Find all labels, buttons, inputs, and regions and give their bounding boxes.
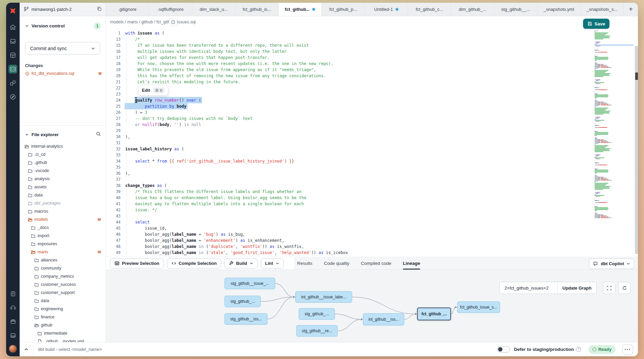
code-line[interactable]: 34 select * from {{ ref('int_github__iss…: [106, 158, 592, 164]
help-icon[interactable]: ?: [576, 347, 581, 352]
code-line[interactable]: 24 qualify row_number() over (: [106, 97, 592, 103]
branch-tab[interactable]: mirnawong1-patch-2: [20, 3, 106, 16]
notes-icon[interactable]: [8, 289, 17, 298]
save-button[interactable]: Save: [583, 19, 609, 29]
tree-folder[interactable]: customer_support: [20, 289, 106, 297]
code-line[interactable]: 44 select: [106, 219, 592, 225]
lineage-node[interactable]: stg_github_...: [299, 308, 335, 320]
editor-tab[interactable]: stg_github__...: [494, 3, 537, 16]
lineage-node[interactable]: fct_github_issue_s...: [457, 301, 500, 313]
code-line[interactable]: 37: [106, 176, 592, 183]
editor-tab[interactable]: fct_github_p...: [322, 3, 365, 16]
tree-folder[interactable]: analysis: [20, 175, 106, 183]
defer-toggle[interactable]: [497, 346, 510, 353]
code-line[interactable]: 31: [106, 140, 592, 146]
code-line[interactable]: 43: [106, 213, 592, 219]
minimap[interactable]: [595, 30, 633, 253]
code-line[interactable]: 35: [106, 164, 592, 170]
editor-tab[interactable]: fct_github...: [279, 3, 322, 16]
tree-file[interactable]: _github__models.yml: [20, 337, 106, 342]
lineage-node[interactable]: fct_github_...: [417, 308, 451, 320]
editor-scrollbar[interactable]: [635, 46, 638, 254]
code-line[interactable]: 39 /* This CTE flattens the different is…: [106, 189, 592, 195]
billing-icon[interactable]: [8, 317, 17, 326]
code-line[interactable]: 20 this has the effect of removing the n…: [106, 73, 592, 79]
lint-button[interactable]: Lint: [261, 258, 284, 269]
code-line[interactable]: 38change_types as (: [106, 183, 592, 189]
dashboard-icon[interactable]: [8, 51, 17, 60]
status-badge[interactable]: Ready: [588, 345, 616, 354]
tree-folder[interactable]: .vscode: [20, 167, 106, 175]
code-line[interactable]: 27 -- don't try deduping issues with no …: [106, 115, 592, 122]
preview-selection-button[interactable]: Preview Selection: [110, 258, 164, 269]
editor-tab[interactable]: dim_github_...: [451, 3, 494, 16]
inbox-icon[interactable]: [8, 37, 17, 46]
tree-folder[interactable]: company_metrics: [20, 272, 106, 280]
editor-tab[interactable]: _snapshots_s...: [581, 3, 624, 16]
code-line[interactable]: 25 partition by body: [106, 103, 592, 109]
lineage-node[interactable]: stg_github__re...: [296, 325, 338, 337]
code-line[interactable]: 17 will get updates for events that happ…: [106, 55, 592, 61]
tree-folder[interactable]: _docs: [20, 224, 106, 232]
search-icon[interactable]: [96, 131, 101, 138]
code-line[interactable]: 36),: [106, 170, 592, 176]
code-line[interactable]: 28 or nullif(body, '') is null: [106, 122, 592, 128]
user-avatar[interactable]: [9, 345, 17, 353]
edit-popup[interactable]: Edit ⌘ B: [138, 85, 168, 96]
edit-popup-label[interactable]: Edit: [142, 88, 150, 93]
editor-tab[interactable]: dim_slack_u...: [192, 3, 235, 16]
code-line[interactable]: 47 boolor_agg(label_name = 'enhancement'…: [106, 237, 592, 244]
changed-file-row[interactable]: fct_dbt_invocations.sqlM: [25, 70, 102, 77]
code-line[interactable]: 40 issue has a bug or enhancement label.…: [106, 195, 592, 201]
selector-input[interactable]: 2+fct_github_issues+2: [500, 282, 557, 294]
code-line[interactable]: 46 boolor_agg(label_name = 'bug') as is_…: [106, 231, 592, 237]
build-button[interactable]: Build: [224, 258, 258, 269]
file-explorer-header[interactable]: File explorer: [25, 130, 101, 139]
new-tab-button[interactable]: +: [624, 3, 638, 16]
command-input[interactable]: dbt build --select <model_name>: [38, 347, 497, 352]
ide-icon[interactable]: [8, 65, 17, 73]
editor-tab[interactable]: .gitignore: [106, 3, 149, 16]
tree-folder[interactable]: community: [20, 264, 106, 272]
expand-console-button[interactable]: [20, 342, 33, 356]
scrollbar-thumb[interactable]: [635, 72, 638, 80]
tree-folder[interactable]: customer_success: [20, 280, 106, 289]
code-line[interactable]: 33: [106, 152, 592, 158]
tree-folder[interactable]: dbt_packages: [20, 199, 106, 207]
code-line[interactable]: 19 While this prevents the old issue fro…: [106, 67, 592, 73]
tree-folder[interactable]: engineering: [20, 305, 106, 313]
support-icon[interactable]: [8, 303, 17, 312]
tree-folder[interactable]: alliances: [20, 256, 106, 264]
tree-folder[interactable]: exposures: [20, 240, 106, 248]
tree-folder[interactable]: intermediate: [20, 329, 106, 337]
tab-compiled-code[interactable]: Compiled code: [361, 257, 391, 270]
update-graph-button[interactable]: Update Graph: [557, 282, 596, 294]
explore-icon[interactable]: [8, 92, 17, 101]
fullscreen-button[interactable]: [603, 282, 615, 294]
editor-tab[interactable]: fct_github_c...: [408, 3, 451, 16]
code-line[interactable]: 23: [106, 91, 592, 97]
code-line[interactable]: 18 For now, choose the one with more rec…: [106, 61, 592, 67]
editor-tab[interactable]: .sqlfluffignore: [149, 3, 192, 16]
version-control-header[interactable]: Version control 1: [25, 22, 101, 29]
code-line[interactable]: 41 easiest way to flatten multiple label…: [106, 201, 592, 207]
tree-folder[interactable]: export: [20, 232, 106, 240]
commit-and-sync-button[interactable]: Commit and sync: [25, 42, 100, 55]
lineage-node[interactable]: int_github__iss...: [363, 313, 404, 325]
tree-folder[interactable]: .ci_cd: [20, 150, 106, 159]
lineage-node[interactable]: stg_github__iss...: [224, 313, 267, 325]
tree-folder[interactable]: data: [20, 191, 106, 199]
code-line[interactable]: 13 /*: [106, 36, 592, 42]
apps-icon[interactable]: [8, 331, 17, 340]
code-line[interactable]: 21 Let's revisit this modeling in the fu…: [106, 79, 592, 85]
code-area[interactable]: 1with issues as (13 /*15 If an issue has…: [106, 30, 592, 257]
code-line[interactable]: 1with issues as (: [106, 30, 592, 36]
code-line[interactable]: 26 ) = 1: [106, 109, 592, 115]
copy-icon[interactable]: [97, 6, 102, 12]
tree-folder[interactable]: modelsM: [20, 215, 106, 224]
editor-tab[interactable]: fct_github_is...: [235, 3, 278, 16]
tree-folder[interactable]: martsM: [20, 248, 106, 256]
code-line[interactable]: 32issue_label_history as (: [106, 146, 592, 152]
compile-selection-button[interactable]: Compile Selection: [167, 258, 221, 269]
dbt-copilot-button[interactable]: dbt Copilot: [589, 258, 635, 269]
